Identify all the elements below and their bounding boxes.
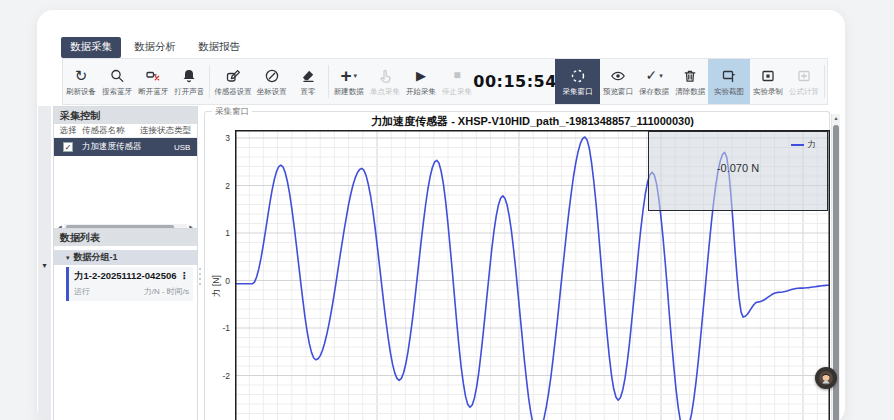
sidebar-collapse-strip[interactable]: ▾ [38, 106, 51, 420]
formula-icon [796, 66, 812, 85]
sensor-checkbox[interactable]: ✓ [63, 142, 73, 152]
zero-button[interactable]: 置零 [290, 59, 326, 104]
panel-splitter[interactable] [199, 268, 201, 285]
experiment-record-button[interactable]: 实验录制 [750, 59, 786, 104]
data-item-title: 力1-2-20251112-042506 [74, 270, 176, 283]
measurement-value: -0.070 N [717, 162, 759, 174]
chevron-down-icon[interactable]: ▾ [354, 66, 358, 85]
data-list-item[interactable]: 力1-2-20251112-042506 ⋮ 运行 力/N - 时间/s [66, 267, 193, 301]
screenshot-icon [721, 66, 737, 85]
y-tick-label: 3 [205, 132, 230, 144]
stop-collect-button: ■ 停止采集 [439, 59, 475, 104]
chart-title: 力加速度传感器 - XHSP-V10HID_path_-1981348857_1… [235, 114, 830, 129]
refresh-device-button[interactable]: ↻ 刷新设备 [63, 59, 99, 104]
plus-icon: + [340, 66, 351, 85]
experiment-screenshot-button[interactable]: 实验截图 [708, 59, 750, 104]
avatar-face-icon [818, 370, 834, 386]
data-item-axes: 力/N - 时间/s [144, 286, 189, 297]
preview-window-button[interactable]: 预览窗口 [600, 59, 636, 104]
y-tick-label: -2 [205, 370, 230, 382]
start-collect-button[interactable]: ▶ 开始采集 [403, 59, 439, 104]
formula-calc-button: 公式计算 [786, 59, 822, 104]
data-group-row[interactable]: ▾ 数据分组-1 [54, 250, 197, 265]
scroll-up-icon[interactable]: ▴ [832, 114, 840, 123]
collection-timer: 00:15:54 [475, 59, 555, 104]
bluetooth-disconnect-icon [145, 66, 161, 85]
eye-icon [610, 66, 626, 85]
plot-settings-button[interactable]: 坐标设置 [254, 59, 290, 104]
stop-icon: ■ [453, 66, 460, 85]
search-bluetooth-button[interactable]: 搜索蓝牙 [99, 59, 135, 104]
trash-icon [682, 66, 698, 85]
desktop: { "tabs": [ { "label": "数据采集", "active":… [0, 0, 894, 420]
refresh-icon: ↻ [75, 66, 88, 85]
single-point-collect-button: 单点采集 [367, 59, 403, 104]
acquisition-control-panel: 采集控制 选择 传感器名称 连接状态 类型 ✓ 力加速度传感器 USB ◄ ► [53, 106, 198, 234]
plot-settings-icon [264, 66, 280, 85]
tab-data-report[interactable]: 数据报告 [189, 37, 249, 58]
y-axis-label: 力 [N] [211, 256, 223, 316]
open-sound-button[interactable]: 打开声音 [171, 59, 207, 104]
acquisition-control-header: 采集控制 [54, 107, 197, 124]
sensor-type: USB [174, 143, 196, 152]
sensor-name: 力加速度传感器 [82, 141, 140, 153]
floating-avatar-button[interactable] [815, 367, 837, 389]
collapse-arrow-icon[interactable]: ▾ [42, 261, 46, 270]
tab-data-acquisition[interactable]: 数据采集 [61, 37, 121, 58]
tab-data-analysis[interactable]: 数据分析 [125, 37, 185, 58]
chart-legend: 力 [791, 139, 817, 151]
search-icon [109, 66, 125, 85]
item-menu-icon[interactable]: ⋮ [180, 270, 190, 283]
new-data-button[interactable]: +▾ 新建数据 [331, 59, 367, 104]
y-tick-label: 1 [205, 227, 230, 239]
toolbar-separator [328, 65, 329, 98]
disconnect-bluetooth-button[interactable]: 断开蓝牙 [135, 59, 171, 104]
save-data-button[interactable]: ✓▾ 保存数据 [636, 59, 672, 104]
data-list-header: 数据列表 [54, 229, 197, 246]
sensor-row[interactable]: ✓ 力加速度传感器 USB [54, 138, 197, 156]
check-icon: ✓ [645, 66, 657, 85]
dashed-circle-icon [570, 66, 586, 85]
sensor-table-header: 选择 传感器名称 连接状态 类型 [54, 124, 197, 138]
sensor-settings-button[interactable]: 传感器设置 [212, 59, 254, 104]
data-item-status: 运行 [74, 286, 90, 297]
hand-pointer-icon [377, 66, 393, 85]
chevron-down-icon[interactable]: ▾ [659, 66, 663, 85]
play-icon: ▶ [416, 66, 426, 85]
y-tick-label: -1 [205, 322, 230, 334]
app-window: 数据采集 数据分析 数据报告 ↻ 刷新设备 搜索蓝牙 断开蓝牙 打开声音 [37, 10, 845, 420]
chart-plot-area[interactable]: -0.070 N 力 [235, 130, 830, 420]
legend-series-name: 力 [808, 139, 817, 151]
eraser-icon [300, 66, 316, 85]
record-icon [760, 66, 776, 85]
clear-data-button[interactable]: 清除数据 [672, 59, 708, 104]
collect-window-button[interactable]: 采集窗口 [555, 59, 600, 104]
toolbar-separator [824, 65, 825, 98]
data-list-panel: 数据列表 ▾ 数据分组-1 力1-2-20251112-042506 ⋮ 运行 … [53, 228, 198, 420]
toolbar: ↻ 刷新设备 搜索蓝牙 断开蓝牙 打开声音 传感器设置 [62, 58, 828, 105]
bell-icon [181, 66, 197, 85]
tree-expand-icon[interactable]: ▾ [66, 254, 70, 262]
y-tick-label: 2 [205, 180, 230, 192]
toolbar-separator [209, 65, 210, 98]
sensor-settings-icon [225, 66, 241, 85]
main-tabs: 数据采集 数据分析 数据报告 [61, 37, 249, 58]
legend-line-swatch [791, 144, 804, 146]
